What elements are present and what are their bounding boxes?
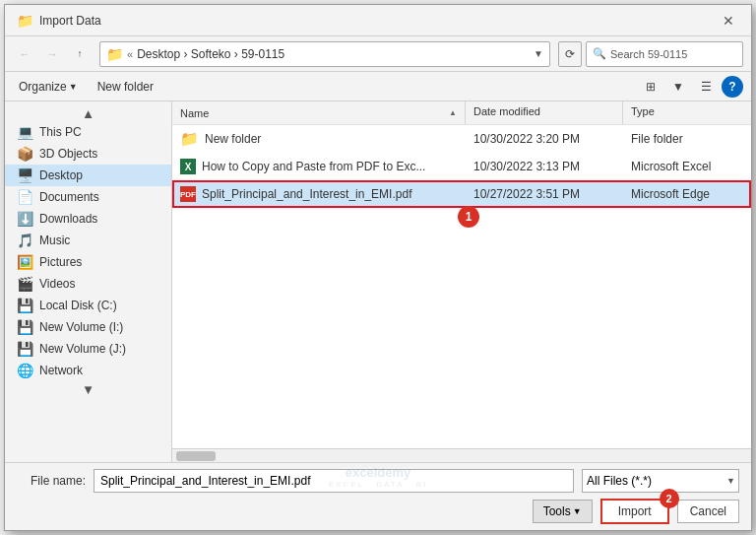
filename-input[interactable] xyxy=(94,469,574,493)
file-date-cell: 10/27/2022 3:51 PM xyxy=(466,183,623,205)
pictures-label: Pictures xyxy=(39,255,82,269)
file-type-text: File folder xyxy=(631,132,683,146)
file-name-cell: PDF Split_Principal_and_Interest_in_EMI.… xyxy=(172,182,466,206)
sidebar-item-music[interactable]: 🎵 Music xyxy=(5,230,171,251)
documents-icon: 📄 xyxy=(17,189,33,205)
sidebar-item-local-disk[interactable]: 💾 Local Disk (C:) xyxy=(5,295,171,316)
sidebar-item-this-pc[interactable]: 💻 This PC xyxy=(5,121,171,143)
table-row[interactable]: PDF Split_Principal_and_Interest_in_EMI.… xyxy=(172,180,751,208)
organize-dropdown-icon: ▼ xyxy=(69,82,78,92)
tools-label: Tools xyxy=(543,504,571,518)
sidebar-item-3d-objects[interactable]: 📦 3D Objects xyxy=(5,143,171,165)
organize-button[interactable]: Organize ▼ xyxy=(13,78,84,96)
help-button[interactable]: ? xyxy=(722,76,743,98)
dialog-icon: 📁 xyxy=(17,13,33,29)
refresh-button[interactable]: ⟳ xyxy=(558,41,582,67)
new-volume-j-icon: 💾 xyxy=(17,341,33,357)
sidebar-item-new-volume-j[interactable]: 💾 New Volume (J:) xyxy=(5,338,171,360)
tools-button[interactable]: Tools ▼ xyxy=(533,500,593,523)
network-icon: 🌐 xyxy=(17,363,33,378)
column-name[interactable]: Name ▲ xyxy=(172,101,466,124)
music-label: Music xyxy=(39,234,70,247)
new-volume-i-label: New Volume (I:) xyxy=(39,320,123,334)
folder-file-icon: 📁 xyxy=(180,130,199,148)
sidebar-scroll-up-button[interactable]: ▲ xyxy=(5,105,171,121)
downloads-icon: ⬇️ xyxy=(17,211,33,227)
column-date-modified[interactable]: Date modified xyxy=(466,101,623,124)
back-button[interactable]: ← xyxy=(13,42,36,66)
this-pc-icon: 💻 xyxy=(17,124,33,140)
file-type-text: Microsoft Excel xyxy=(631,160,711,173)
sidebar-item-network[interactable]: 🌐 Network xyxy=(5,360,171,381)
new-volume-j-label: New Volume (J:) xyxy=(39,342,126,356)
file-date-cell: 10/30/2022 3:20 PM xyxy=(466,128,623,150)
horizontal-scrollbar[interactable] xyxy=(172,448,751,462)
sidebar-item-new-volume-i[interactable]: 💾 New Volume (I:) xyxy=(5,316,171,338)
address-bar[interactable]: 📁 « Desktop › Softeko › 59-0115 ▼ xyxy=(99,41,550,67)
view-details-button[interactable]: ☰ xyxy=(694,75,718,99)
badge-1: 1 xyxy=(458,206,479,228)
import-button[interactable]: Import xyxy=(600,499,669,524)
search-input[interactable] xyxy=(610,48,736,60)
table-row[interactable]: 📁 New folder 10/30/2022 3:20 PM File fol… xyxy=(172,125,751,153)
music-icon: 🎵 xyxy=(17,233,33,248)
scrollbar-thumb xyxy=(176,451,216,461)
column-type[interactable]: Type xyxy=(623,101,751,124)
file-name-text: Split_Principal_and_Interest_in_EMI.pdf xyxy=(202,187,411,201)
bottom-pane: exceldemy EXCEL · DATA · BI File name: A… xyxy=(5,462,751,530)
videos-icon: 🎬 xyxy=(17,276,33,292)
buttons-row: Tools ▼ Import 2 Cancel xyxy=(17,499,739,524)
address-text: Desktop › Softeko › 59-0115 xyxy=(137,47,284,61)
view-icons: ⊞ ▼ ☰ ? xyxy=(639,75,743,99)
view-dropdown-button[interactable]: ▼ xyxy=(666,75,690,99)
sidebar-item-documents[interactable]: 📄 Documents xyxy=(5,186,171,208)
breadcrumb-separator: « xyxy=(127,48,133,60)
file-name-cell: X How to Copy and Paste from PDF to Exc.… xyxy=(172,155,466,178)
desktop-label: Desktop xyxy=(39,168,83,182)
documents-label: Documents xyxy=(39,190,99,204)
3d-objects-label: 3D Objects xyxy=(39,147,97,161)
title-bar: 📁 Import Data ✕ xyxy=(5,5,751,36)
import-label: Import xyxy=(618,504,652,518)
view-list-button[interactable]: ⊞ xyxy=(639,75,662,99)
search-box[interactable]: 🔍 xyxy=(586,41,743,67)
navigation-toolbar: ← → ↑ 📁 « Desktop › Softeko › 59-0115 ▼ … xyxy=(5,36,751,72)
action-bar: Organize ▼ New folder ⊞ ▼ ☰ ? xyxy=(5,72,751,101)
file-name-text: New folder xyxy=(205,132,261,146)
forward-button[interactable]: → xyxy=(40,42,64,66)
videos-label: Videos xyxy=(39,277,75,291)
3d-objects-icon: 📦 xyxy=(17,146,33,162)
sidebar-scroll-down-button[interactable]: ▼ xyxy=(5,381,171,397)
filename-label: File name: xyxy=(17,474,86,488)
import-dialog: 📁 Import Data ✕ ← → ↑ 📁 « Desktop › Soft… xyxy=(4,4,752,531)
table-row[interactable]: X How to Copy and Paste from PDF to Exc.… xyxy=(172,153,751,180)
organize-label: Organize xyxy=(19,80,67,94)
close-button[interactable]: ✕ xyxy=(718,10,739,32)
filetype-select[interactable]: All Files (*.*) xyxy=(582,469,739,493)
badge-2: 2 xyxy=(660,489,679,508)
file-type-cell: File folder xyxy=(623,128,751,150)
address-dropdown-button[interactable]: ▼ xyxy=(534,48,543,59)
title-bar-left: 📁 Import Data xyxy=(17,13,101,29)
filetype-select-wrapper: All Files (*.*) ▼ xyxy=(582,469,739,493)
this-pc-label: This PC xyxy=(39,125,82,139)
file-list: 📁 New folder 10/30/2022 3:20 PM File fol… xyxy=(172,125,751,448)
dialog-title: Import Data xyxy=(39,14,101,28)
cancel-button[interactable]: Cancel xyxy=(677,500,739,523)
sidebar-item-videos[interactable]: 🎬 Videos xyxy=(5,273,171,295)
sort-arrow-name: ▲ xyxy=(449,108,457,117)
sidebar-item-downloads[interactable]: ⬇️ Downloads xyxy=(5,208,171,230)
file-header: Name ▲ Date modified Type xyxy=(172,101,751,125)
sidebar-item-pictures[interactable]: 🖼️ Pictures xyxy=(5,251,171,273)
up-button[interactable]: ↑ xyxy=(68,42,92,66)
file-type-cell: Microsoft Excel xyxy=(623,156,751,177)
downloads-label: Downloads xyxy=(39,212,97,226)
sidebar-item-desktop[interactable]: 🖥️ Desktop xyxy=(5,165,171,186)
cancel-label: Cancel xyxy=(690,504,726,518)
content-area: ▲ 💻 This PC 📦 3D Objects 🖥️ Desktop 📄 Do… xyxy=(5,101,751,462)
excel-file-icon: X xyxy=(180,159,196,174)
local-disk-label: Local Disk (C:) xyxy=(39,299,117,312)
new-volume-i-icon: 💾 xyxy=(17,319,33,335)
new-folder-button[interactable]: New folder xyxy=(92,78,159,96)
file-name-text: How to Copy and Paste from PDF to Exc... xyxy=(202,160,425,173)
